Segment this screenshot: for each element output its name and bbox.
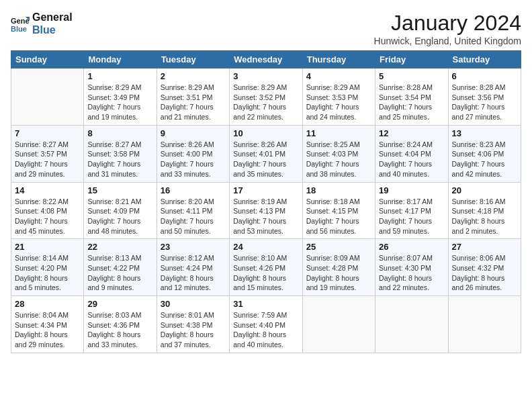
sunset-text: Sunset: 4:00 PM [161,149,226,159]
day-cell: 28Sunrise: 8:04 AMSunset: 4:34 PMDayligh… [11,296,84,353]
daylight-text: Daylight: 8 hours and 33 minutes. [87,330,152,349]
sunset-text: Sunset: 4:09 PM [87,206,152,216]
sunset-text: Sunset: 4:15 PM [306,206,371,216]
day-detail: Sunrise: 8:09 AMSunset: 4:28 PMDaylight:… [306,253,371,293]
sunset-text: Sunset: 3:58 PM [87,149,152,159]
sunset-text: Sunset: 4:18 PM [452,206,517,216]
sunrise-text: Sunrise: 8:19 AM [233,197,298,207]
calendar-subtitle: Hunwick, England, United Kingdom [374,36,521,46]
sunrise-text: Sunrise: 8:27 AM [15,140,80,150]
sunset-text: Sunset: 4:20 PM [15,263,80,273]
daylight-text: Daylight: 7 hours and 50 minutes. [161,216,226,236]
daylight-text: Daylight: 7 hours and 21 minutes. [161,102,226,122]
sunrise-text: Sunrise: 8:20 AM [161,197,226,207]
day-cell: 8Sunrise: 8:27 AMSunset: 3:58 PMDaylight… [84,125,157,182]
day-number: 30 [161,299,226,309]
sunset-text: Sunset: 3:57 PM [15,149,80,159]
sunrise-text: Sunrise: 8:28 AM [452,83,517,93]
col-header-sunday: Sunday [11,51,84,68]
day-cell: 20Sunrise: 8:16 AMSunset: 4:18 PMDayligh… [448,182,521,239]
day-number: 31 [233,299,298,309]
sunrise-text: Sunrise: 8:29 AM [306,83,371,93]
sunset-text: Sunset: 3:56 PM [452,93,517,103]
daylight-text: Daylight: 8 hours and 9 minutes. [87,273,152,293]
day-number: 11 [306,128,371,138]
day-number: 15 [87,185,152,195]
day-number: 6 [452,71,517,81]
sunrise-text: Sunrise: 8:29 AM [233,83,298,93]
sunset-text: Sunset: 4:38 PM [161,320,226,330]
sunrise-text: Sunrise: 8:16 AM [452,197,517,207]
daylight-text: Daylight: 7 hours and 40 minutes. [379,159,444,179]
day-cell: 1Sunrise: 8:29 AMSunset: 3:49 PMDaylight… [84,68,157,126]
title-block: January 2024 Hunwick, England, United Ki… [374,11,521,46]
day-cell: 23Sunrise: 8:12 AMSunset: 4:24 PMDayligh… [157,239,229,296]
day-cell: 5Sunrise: 8:28 AMSunset: 3:54 PMDaylight… [375,68,448,126]
day-number: 18 [306,185,371,195]
day-detail: Sunrise: 8:29 AMSunset: 3:49 PMDaylight:… [87,83,152,122]
day-number: 20 [452,185,517,195]
sunrise-text: Sunrise: 8:22 AM [15,197,80,207]
day-cell: 19Sunrise: 8:17 AMSunset: 4:17 PMDayligh… [375,182,448,239]
day-detail: Sunrise: 8:22 AMSunset: 4:08 PMDaylight:… [15,197,80,236]
sunset-text: Sunset: 4:36 PM [87,320,152,330]
day-number: 1 [87,71,152,81]
day-number: 14 [15,185,80,195]
day-detail: Sunrise: 8:28 AMSunset: 3:54 PMDaylight:… [379,83,444,122]
day-detail: Sunrise: 8:26 AMSunset: 4:00 PMDaylight:… [161,140,226,179]
day-detail: Sunrise: 8:28 AMSunset: 3:56 PMDaylight:… [452,83,517,122]
daylight-text: Daylight: 8 hours and 22 minutes. [379,273,444,293]
sunrise-text: Sunrise: 8:26 AM [161,140,226,150]
daylight-text: Daylight: 8 hours and 5 minutes. [15,273,80,293]
day-cell [11,68,84,126]
day-cell: 26Sunrise: 8:07 AMSunset: 4:30 PMDayligh… [375,239,448,296]
sunrise-text: Sunrise: 8:01 AM [161,310,226,320]
logo: General Blue General Blue [11,11,73,36]
week-row-2: 7Sunrise: 8:27 AMSunset: 3:57 PMDaylight… [11,125,521,182]
sunrise-text: Sunrise: 8:27 AM [87,140,152,150]
day-cell: 10Sunrise: 8:26 AMSunset: 4:01 PMDayligh… [230,125,302,182]
day-cell: 3Sunrise: 8:29 AMSunset: 3:52 PMDaylight… [230,68,302,126]
day-cell: 6Sunrise: 8:28 AMSunset: 3:56 PMDaylight… [448,68,521,126]
days-of-week-row: SundayMondayTuesdayWednesdayThursdayFrid… [11,51,521,68]
day-number: 7 [15,128,80,138]
calendar-table: SundayMondayTuesdayWednesdayThursdayFrid… [11,50,521,353]
day-cell: 17Sunrise: 8:19 AMSunset: 4:13 PMDayligh… [230,182,302,239]
sunrise-text: Sunrise: 8:04 AM [15,310,80,320]
day-cell: 25Sunrise: 8:09 AMSunset: 4:28 PMDayligh… [302,239,375,296]
daylight-text: Daylight: 7 hours and 59 minutes. [379,216,444,236]
day-detail: Sunrise: 8:25 AMSunset: 4:03 PMDaylight:… [306,140,371,179]
col-header-thursday: Thursday [302,51,375,68]
day-detail: Sunrise: 7:59 AMSunset: 4:40 PMDaylight:… [233,310,298,350]
day-number: 23 [161,242,226,252]
day-cell: 2Sunrise: 8:29 AMSunset: 3:51 PMDaylight… [157,68,229,126]
daylight-text: Daylight: 7 hours and 31 minutes. [87,159,152,179]
day-number: 8 [87,128,152,138]
sunset-text: Sunset: 3:51 PM [161,93,226,103]
week-row-1: 1Sunrise: 8:29 AMSunset: 3:49 PMDaylight… [11,68,521,126]
sunrise-text: Sunrise: 8:07 AM [379,253,444,263]
day-cell: 21Sunrise: 8:14 AMSunset: 4:20 PMDayligh… [11,239,84,296]
daylight-text: Daylight: 8 hours and 2 minutes. [452,216,517,236]
day-number: 26 [379,242,444,252]
daylight-text: Daylight: 7 hours and 56 minutes. [306,216,371,236]
day-cell: 24Sunrise: 8:10 AMSunset: 4:26 PMDayligh… [230,239,302,296]
day-cell: 22Sunrise: 8:13 AMSunset: 4:22 PMDayligh… [84,239,157,296]
col-header-wednesday: Wednesday [230,51,302,68]
day-detail: Sunrise: 8:07 AMSunset: 4:30 PMDaylight:… [379,253,444,293]
day-detail: Sunrise: 8:10 AMSunset: 4:26 PMDaylight:… [233,253,298,293]
sunrise-text: Sunrise: 8:10 AM [233,253,298,263]
col-header-friday: Friday [375,51,448,68]
daylight-text: Daylight: 7 hours and 19 minutes. [87,102,152,122]
sunset-text: Sunset: 4:04 PM [379,149,444,159]
day-detail: Sunrise: 8:03 AMSunset: 4:36 PMDaylight:… [87,310,152,350]
day-cell: 11Sunrise: 8:25 AMSunset: 4:03 PMDayligh… [302,125,375,182]
day-cell: 18Sunrise: 8:18 AMSunset: 4:15 PMDayligh… [302,182,375,239]
week-row-3: 14Sunrise: 8:22 AMSunset: 4:08 PMDayligh… [11,182,521,239]
svg-text:Blue: Blue [11,25,27,33]
daylight-text: Daylight: 7 hours and 45 minutes. [15,216,80,236]
daylight-text: Daylight: 7 hours and 22 minutes. [233,102,298,122]
daylight-text: Daylight: 8 hours and 12 minutes. [161,273,226,293]
daylight-text: Daylight: 7 hours and 24 minutes. [306,102,371,122]
logo-general: General [32,11,73,24]
